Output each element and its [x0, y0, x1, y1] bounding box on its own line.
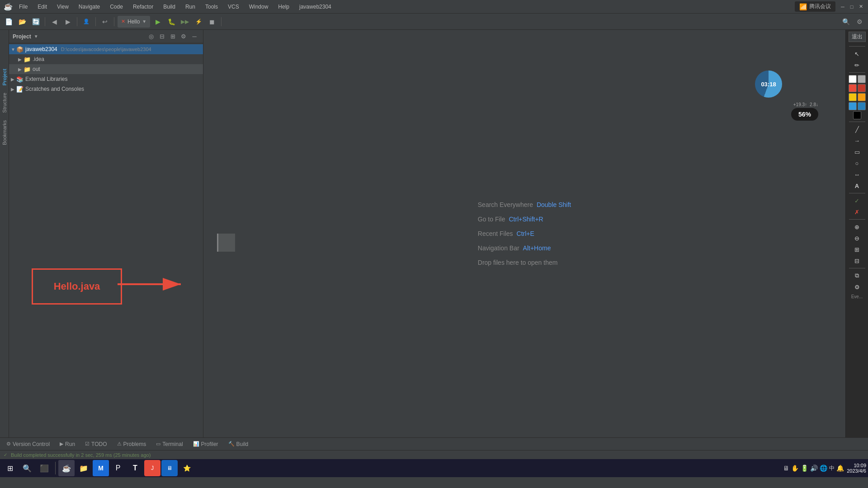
menu-navigate[interactable]: Navigate: [75, 3, 104, 11]
tab-terminal[interactable]: ▭ Terminal: [151, 439, 187, 449]
color-gray[interactable]: [858, 75, 866, 83]
menu-file[interactable]: File: [15, 3, 31, 11]
taskbar-pdf[interactable]: P: [110, 460, 126, 476]
new-file-button[interactable]: 📄: [3, 16, 14, 28]
collapse-all-button[interactable]: ⊟: [157, 32, 167, 42]
tree-root[interactable]: ▼ 📦 javaweb2304 D:\codes\javacodes\peopl…: [9, 44, 203, 54]
color-yellow-2[interactable]: [858, 93, 866, 101]
menu-tools[interactable]: Tools: [202, 3, 222, 11]
project-panel-dropdown-icon[interactable]: ▼: [34, 34, 38, 39]
menu-edit[interactable]: Edit: [34, 3, 51, 11]
taskbar-intellij[interactable]: ☕: [58, 460, 75, 476]
taskbar-hand-icon[interactable]: ✋: [791, 465, 799, 472]
taskbar-right: 🖥 ✋ 🔋 🔊 🌐 中 🔔 10:09 2023/4/6: [783, 463, 866, 474]
back-button[interactable]: ◀: [48, 16, 60, 28]
draw-check-tool[interactable]: ✓: [849, 196, 865, 206]
expand-all-button[interactable]: ⊞: [168, 32, 178, 42]
menu-help[interactable]: Help: [274, 3, 293, 11]
undo-button[interactable]: ↩: [99, 16, 111, 28]
exit-drawing-button[interactable]: 退出: [849, 32, 866, 42]
taskbar-app-j[interactable]: J: [144, 460, 160, 476]
draw-zoom-out[interactable]: ⊖: [849, 233, 865, 243]
color-red-1[interactable]: [849, 84, 857, 92]
draw-x-tool[interactable]: ✗: [849, 207, 865, 217]
taskbar-search[interactable]: 🔍: [19, 460, 35, 476]
tab-run[interactable]: ▶ Run: [55, 439, 80, 449]
taskbar-ime-icon[interactable]: 中: [829, 465, 835, 472]
project-side-tab[interactable]: Project: [1, 66, 8, 88]
locate-button[interactable]: ◎: [146, 32, 156, 42]
project-tree: ▼ 📦 javaweb2304 D:\codes\javacodes\peopl…: [9, 43, 203, 241]
structure-side-tab[interactable]: Structure: [1, 90, 8, 116]
draw-minus-h[interactable]: ⊟: [849, 256, 865, 266]
tab-todo[interactable]: ☑ TODO: [80, 439, 111, 449]
taskbar-battery-icon[interactable]: 🔋: [801, 465, 808, 472]
taskbar-task-view[interactable]: ⬛: [36, 460, 52, 476]
taskbar-volume-icon[interactable]: 🔊: [810, 465, 818, 472]
search-everywhere-button[interactable]: 🔍: [840, 16, 852, 28]
close-panel-button[interactable]: ─: [189, 32, 199, 42]
taskbar-app-5[interactable]: 🖥: [161, 460, 178, 476]
menu-vcs[interactable]: VCS: [224, 3, 243, 11]
draw-cursor-tool[interactable]: ↖: [849, 49, 865, 59]
profile-button[interactable]: 👤: [80, 16, 92, 28]
draw-text-tool[interactable]: A: [849, 181, 865, 191]
color-blue-2[interactable]: [858, 102, 866, 110]
color-black[interactable]: [853, 111, 861, 119]
profile-run-button[interactable]: ⚡: [193, 16, 204, 28]
draw-line-tool[interactable]: ╱: [849, 124, 865, 134]
menu-code[interactable]: Code: [106, 3, 127, 11]
minimize-button[interactable]: ─: [839, 3, 846, 10]
toolbar-sep-4: [114, 17, 114, 26]
color-blue-1[interactable]: [849, 102, 857, 110]
taskbar-notification-icon[interactable]: 🔔: [836, 465, 844, 472]
draw-zoom-in[interactable]: ⊕: [849, 222, 865, 232]
close-button[interactable]: ✕: [857, 3, 864, 10]
draw-circle-tool[interactable]: ○: [849, 158, 865, 168]
run-with-coverage-button[interactable]: ▶▶: [179, 16, 191, 28]
bookmarks-side-tab[interactable]: Bookmarks: [1, 117, 8, 148]
forward-button[interactable]: ▶: [62, 16, 74, 28]
run-button[interactable]: ▶: [152, 16, 164, 28]
draw-filter[interactable]: ⚙: [849, 282, 865, 292]
tab-problems[interactable]: ⚠ Problems: [113, 439, 151, 449]
taskbar-app-t[interactable]: T: [127, 460, 143, 476]
debug-button[interactable]: 🐛: [165, 16, 177, 28]
panel-settings-button[interactable]: ⚙: [179, 32, 189, 42]
menu-run[interactable]: Run: [182, 3, 199, 11]
tab-build[interactable]: 🔨 Build: [224, 439, 253, 449]
draw-pencil-tool[interactable]: ✏: [849, 60, 865, 70]
run-configuration[interactable]: ✕ Hello ▼: [118, 16, 150, 28]
taskbar-app-m[interactable]: M: [93, 460, 109, 476]
draw-layers[interactable]: ⧉: [849, 271, 865, 281]
stop-button[interactable]: ◼: [206, 16, 218, 28]
taskbar-app-6[interactable]: ⭐: [179, 460, 195, 476]
color-yellow-1[interactable]: [849, 93, 857, 101]
open-button[interactable]: 📂: [16, 16, 28, 28]
editor-area[interactable]: Search Everywhere Double Shift Go to Fil…: [203, 30, 845, 437]
menu-build[interactable]: Build: [160, 3, 179, 11]
windows-start-button[interactable]: ⊞: [2, 460, 18, 476]
settings-button[interactable]: ⚙: [854, 16, 865, 28]
menu-view[interactable]: View: [53, 3, 72, 11]
color-red-2[interactable]: [858, 84, 866, 92]
draw-double-arrow-tool[interactable]: ↔: [849, 169, 865, 179]
tab-version-control[interactable]: ⚙ Version Control: [2, 439, 54, 449]
color-white[interactable]: [849, 75, 857, 83]
sync-button[interactable]: 🔄: [30, 16, 42, 28]
taskbar-explorer[interactable]: 📁: [75, 460, 92, 476]
taskbar-desktop-icon[interactable]: 🖥: [783, 465, 789, 472]
menu-window[interactable]: Window: [245, 3, 272, 11]
maximize-button[interactable]: □: [848, 3, 855, 10]
tree-item-external-libraries[interactable]: ▶ 📚 External Libraries: [9, 74, 203, 84]
draw-plus-h[interactable]: ⊞: [849, 244, 865, 254]
tree-item-scratches[interactable]: ▶ 📝 Scratches and Consoles: [9, 84, 203, 94]
tree-item-idea[interactable]: ▶ 📁 .idea: [9, 54, 203, 64]
tab-profiler[interactable]: 📊 Profiler: [189, 439, 223, 449]
menu-refactor[interactable]: Refactor: [129, 3, 157, 11]
tree-item-out[interactable]: ▶ 📁 out: [9, 64, 203, 74]
tencent-meeting-btn[interactable]: 📶 腾讯会议: [795, 1, 835, 12]
draw-arrow-tool[interactable]: →: [849, 136, 865, 145]
draw-rect-tool[interactable]: ▭: [849, 147, 865, 157]
taskbar-network-icon[interactable]: 🌐: [820, 465, 827, 472]
